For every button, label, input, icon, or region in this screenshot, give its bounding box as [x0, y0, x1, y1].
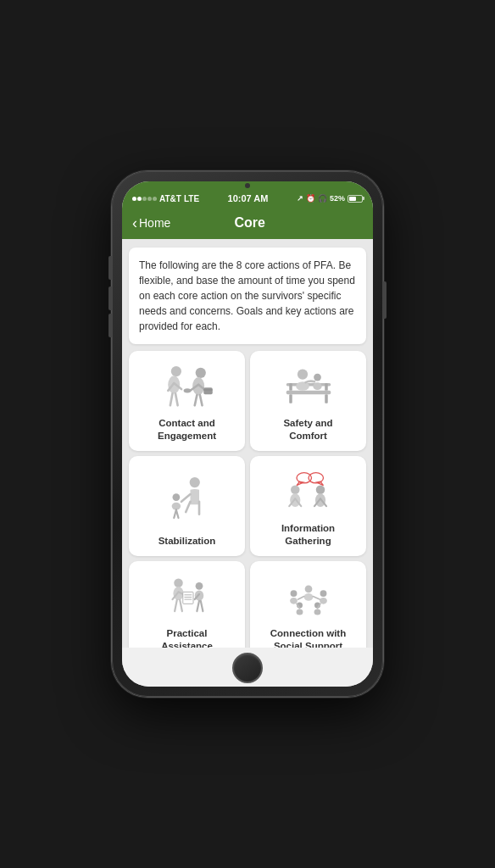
practical-assistance-item[interactable]: Practical Assistance [129, 561, 245, 648]
content-area: The following are the 8 core actions of … [122, 239, 373, 648]
svg-rect-12 [203, 387, 213, 394]
signal-dots [132, 197, 157, 201]
stabilization-figure [136, 466, 238, 530]
svg-line-32 [175, 510, 178, 519]
svg-line-70 [298, 596, 303, 599]
svg-line-58 [197, 601, 199, 611]
signal-dot-1 [132, 197, 136, 201]
safety-comfort-figure [257, 361, 359, 412]
information-gathering-item[interactable]: Information Gathering [250, 456, 366, 556]
svg-rect-16 [289, 394, 292, 403]
svg-point-29 [172, 494, 180, 502]
svg-point-30 [171, 503, 181, 510]
battery-fill [349, 197, 356, 201]
signal-dot-5 [153, 197, 157, 201]
svg-rect-51 [182, 592, 192, 604]
svg-point-61 [303, 593, 313, 601]
carrier-label: AT&T [159, 194, 181, 203]
time-display: 10:07 AM [228, 193, 269, 203]
svg-point-56 [194, 590, 203, 600]
contact-engagement-icon [158, 361, 217, 412]
svg-rect-19 [289, 383, 292, 391]
battery-icon [348, 195, 363, 203]
stabilization-icon [158, 472, 217, 523]
alarm-icon: ⏰ [306, 194, 315, 203]
contact-engagement-item[interactable]: Contact and Engagement [129, 351, 245, 451]
svg-point-43 [309, 473, 324, 483]
back-chevron-icon: ‹ [132, 215, 137, 231]
svg-point-6 [195, 368, 205, 378]
svg-point-62 [290, 590, 297, 597]
safety-comfort-item[interactable]: Safety and Comfort [250, 351, 366, 451]
status-right: ↗ ⏰ 🎧 52% [297, 194, 363, 203]
svg-point-22 [296, 381, 309, 391]
information-gathering-icon [279, 466, 338, 517]
svg-rect-17 [325, 394, 328, 403]
svg-line-5 [175, 393, 178, 405]
svg-point-14 [183, 388, 191, 392]
svg-point-67 [296, 609, 303, 615]
network-label: LTE [184, 194, 199, 203]
svg-point-7 [192, 377, 204, 395]
connection-social-figure [257, 571, 359, 622]
svg-line-4 [170, 393, 172, 405]
svg-rect-20 [325, 383, 328, 391]
svg-point-37 [315, 485, 325, 494]
signal-dot-3 [142, 197, 147, 201]
svg-line-28 [181, 494, 191, 502]
core-actions-grid: Contact and Engagement [129, 351, 366, 648]
status-bar: AT&T LTE 10:07 AM ↗ ⏰ 🎧 52% [122, 188, 373, 207]
back-label: Home [139, 216, 170, 230]
home-button[interactable] [232, 653, 263, 683]
svg-line-26 [186, 502, 190, 512]
practical-assistance-figure [136, 571, 238, 622]
description-card: The following are the 8 core actions of … [129, 248, 366, 344]
svg-point-0 [170, 366, 181, 376]
svg-line-49 [175, 600, 177, 611]
headphone-icon: 🎧 [318, 194, 327, 203]
stabilization-label: Stabilization [159, 535, 216, 548]
safety-comfort-label: Safety and Comfort [283, 417, 332, 442]
svg-line-10 [194, 395, 197, 405]
svg-line-59 [200, 601, 203, 611]
svg-point-33 [291, 485, 300, 494]
contact-engagement-figure [136, 361, 238, 412]
svg-point-23 [314, 374, 321, 381]
connection-social-label: Connection with Social Support [270, 627, 346, 648]
stabilization-item[interactable]: Stabilization [129, 456, 245, 556]
arrow-icon: ↗ [297, 194, 303, 203]
nav-bar: ‹ Home Core [122, 207, 373, 239]
back-button[interactable]: ‹ Home [132, 216, 170, 231]
information-gathering-label: Information Gathering [281, 522, 335, 548]
svg-point-41 [297, 473, 312, 483]
phone-device: AT&T LTE 10:07 AM ↗ ⏰ 🎧 52% ‹ Home Core [112, 171, 383, 697]
signal-dot-2 [137, 197, 142, 201]
information-gathering-figure [257, 466, 359, 517]
svg-point-69 [314, 609, 320, 615]
svg-line-71 [313, 596, 320, 599]
signal-dot-4 [147, 197, 152, 201]
svg-line-11 [199, 395, 202, 405]
connection-social-icon [279, 571, 338, 622]
phone-screen: AT&T LTE 10:07 AM ↗ ⏰ 🎧 52% ‹ Home Core [122, 181, 373, 687]
safety-comfort-icon [279, 361, 338, 412]
svg-point-64 [320, 590, 326, 597]
home-area [122, 648, 373, 687]
contact-engagement-label: Contact and Engagement [158, 417, 216, 442]
practical-assistance-label: Practical Assistance [161, 627, 213, 648]
svg-point-55 [195, 582, 203, 590]
svg-point-60 [304, 585, 312, 593]
svg-point-21 [297, 369, 307, 379]
connection-social-item[interactable]: Connection with Social Support [250, 561, 366, 648]
page-title: Core [170, 215, 329, 231]
svg-rect-15 [286, 391, 331, 394]
notch-area [122, 181, 373, 188]
svg-point-25 [189, 477, 199, 487]
practical-assistance-icon [158, 571, 217, 622]
description-text: The following are the 8 core actions of … [139, 259, 355, 332]
status-left: AT&T LTE [132, 194, 199, 203]
svg-point-24 [313, 382, 322, 390]
battery-percent: 52% [330, 194, 345, 203]
svg-point-45 [174, 578, 183, 587]
svg-line-50 [180, 600, 182, 611]
